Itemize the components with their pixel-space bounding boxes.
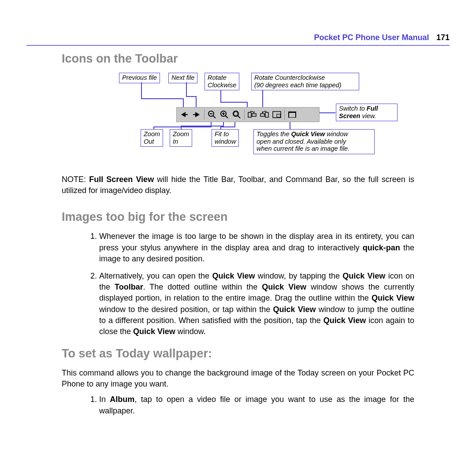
svg-line-8 [238,115,240,118]
next-file-icon [192,110,201,119]
label-previous-file: Previous file [119,73,160,83]
label-rotate-ccw: Rotate Counterclockwise (90 degrees each… [251,73,359,90]
page-number: 171 [436,33,450,42]
list-item: Alternatively, you can open the Quick Vi… [99,271,414,337]
separator-icon [284,109,285,120]
label-zoom-out: Zoom Out [141,129,163,147]
label-fit-window: Fit to window [212,129,239,147]
zoom-in-icon [219,110,229,119]
page-header: Pocket PC Phone User Manual 171 [26,33,450,46]
svg-rect-17 [289,113,295,117]
fit-window-icon [232,110,242,119]
heading-images-too-big: Images too big for the screen [62,210,450,224]
label-rotate-cw: Rotate Clockwise [205,73,239,90]
full-screen-icon [287,110,297,119]
svg-rect-9 [234,112,238,115]
rotate-cw-icon [247,110,257,119]
heading-icons-toolbar: Icons on the Toolbar [62,52,450,66]
manual-title: Pocket PC Phone User Manual [314,33,429,42]
svg-rect-13 [260,114,264,116]
zoom-out-icon [207,110,217,119]
label-full-screen: Switch to FullScreen view. [336,104,398,121]
heading-today-wallpaper: To set as Today wallpaper: [62,347,450,361]
toolbar-diagram: Previous file Next file Rotate Clockwise… [88,73,441,165]
list-item: In Album, tap to open a video file or im… [99,394,414,416]
svg-line-1 [213,115,216,118]
separator-icon [204,109,205,120]
label-quick-view: Toggles the Quick View window open and c… [253,129,375,154]
label-zoom-in: Zoom In [170,129,192,147]
wallpaper-intro: This command allows you to change the ba… [62,368,414,390]
svg-line-4 [225,115,228,118]
wallpaper-list: In Album, tap to open a video file or im… [99,394,414,416]
label-next-file: Next file [168,73,197,83]
quick-view-icon [272,110,282,119]
images-too-big-list: Whenever the image is too large to be sh… [99,231,414,337]
svg-rect-12 [265,112,268,117]
toolbar-illustration [176,107,320,122]
separator-icon [244,109,245,120]
rotate-ccw-icon [260,110,269,119]
prev-file-icon [179,110,189,119]
note-paragraph: NOTE: Full Screen View will hide the Tit… [62,174,414,196]
svg-rect-11 [252,114,256,116]
svg-rect-15 [277,114,280,117]
svg-rect-10 [248,112,251,117]
list-item: Whenever the image is too large to be sh… [99,231,414,264]
